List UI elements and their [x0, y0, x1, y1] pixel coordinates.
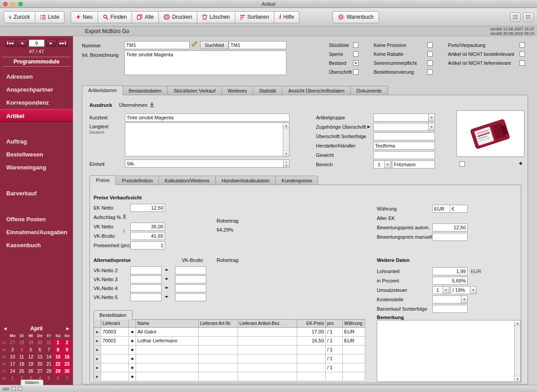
sidebar-item-bestellwesen[interactable]: Bestellwesen: [0, 148, 73, 161]
calendar-day[interactable]: 7: [63, 375, 72, 382]
sidebar-item-offene-posten[interactable]: Offene Posten: [0, 213, 73, 226]
calendar-day[interactable]: 22: [53, 361, 62, 368]
calendar-day[interactable]: 20: [35, 361, 44, 368]
checkbox-sperre[interactable]: [353, 51, 358, 57]
vk-brutto-3-field[interactable]: [175, 275, 206, 283]
calendar-day[interactable]: 6: [53, 375, 62, 382]
sidebar-item-barverkauf[interactable]: Barverkauf: [0, 187, 73, 200]
cell-lieferant-art-nr[interactable]: [199, 337, 238, 346]
transfer-arrows-icon[interactable]: ◂▸: [165, 285, 168, 290]
cascade-windows-button[interactable]: [523, 13, 533, 22]
suchfeld-button[interactable]: Suchfeld: [200, 41, 229, 49]
sidebar-item-einnahmen-ausgaben[interactable]: Einnahmen/Ausgaben: [0, 226, 73, 239]
calendar-day[interactable]: 28: [44, 368, 53, 375]
calendar-day[interactable]: 27: [35, 368, 44, 375]
calendar-day[interactable]: 6: [35, 346, 44, 354]
image-checkbox[interactable]: [460, 161, 465, 167]
cell-lieferant-artikel-bez[interactable]: [238, 328, 297, 337]
hilfe-button[interactable]: i Hilfe: [274, 11, 299, 23]
minimize-window-button[interactable]: [11, 2, 15, 6]
einheit-stepper[interactable]: ▲▼: [283, 160, 289, 167]
vk-netto-3-field[interactable]: [130, 275, 162, 283]
cell-lieferant-art-nr[interactable]: [199, 372, 238, 381]
last-record-button[interactable]: ▶▶: [58, 39, 68, 47]
preiseinheit-field[interactable]: 1: [130, 241, 165, 249]
calendar-day[interactable]: 5: [44, 375, 53, 382]
cell-pro[interactable]: / 1: [326, 363, 343, 372]
kostenstelle-dropdown-icon[interactable]: ▼: [461, 295, 468, 303]
cell-name[interactable]: [136, 346, 199, 354]
lohnanteil-field[interactable]: 1,99: [432, 267, 468, 275]
calendar-day[interactable]: 30: [63, 368, 72, 375]
uebernehmen-link[interactable]: Übernehmen: [119, 102, 148, 108]
sortieren-button[interactable]: Sortieren: [235, 11, 275, 23]
calendar-day[interactable]: 24: [8, 368, 17, 375]
calendar-prev-button[interactable]: ◀: [4, 326, 7, 331]
vk-netto-2-field[interactable]: [130, 266, 162, 274]
vk-brutto-4-field[interactable]: [175, 284, 206, 292]
checkbox-artikel-ist-nicht-bestellrelevant[interactable]: [520, 51, 525, 57]
tab-artikelstamm[interactable]: Artikelstamm: [82, 85, 123, 95]
gewicht-field[interactable]: [373, 151, 435, 159]
hersteller-field[interactable]: Testfirma: [373, 142, 435, 150]
artikelgruppe-dropdown-icon[interactable]: ▼: [428, 114, 435, 122]
cell-ek-preis[interactable]: [297, 354, 326, 363]
calendar-day[interactable]: 15: [53, 354, 62, 361]
cell-lieferant[interactable]: [101, 363, 129, 372]
tab-stücklisten-verkauf[interactable]: Stücklisten Verkauf: [168, 86, 222, 95]
einheit-field[interactable]: Stk.: [125, 160, 290, 168]
zoom-level[interactable]: 150: [2, 387, 9, 391]
previous-record-button[interactable]: ◀: [17, 39, 27, 47]
artikelgruppe-field[interactable]: [373, 114, 429, 122]
cell-pro[interactable]: [326, 372, 343, 381]
suchfeld-field[interactable]: TM1: [229, 41, 286, 49]
zoom-window-button[interactable]: [18, 2, 23, 6]
calendar-day[interactable]: 25: [17, 368, 26, 375]
calendar-day[interactable]: 8: [53, 346, 62, 354]
row-diamond-icon[interactable]: ◆: [129, 363, 136, 372]
price-tab-kundenpreise[interactable]: Kundenpreise: [276, 176, 318, 185]
row-expand-arrow-icon[interactable]: ▶: [94, 363, 101, 372]
calendar-day[interactable]: 4: [17, 346, 26, 354]
bereich-number-field[interactable]: 1: [373, 160, 385, 169]
row-diamond-icon[interactable]: ◆: [129, 372, 136, 381]
goto-ueberschrift-arrow-icon[interactable]: ▶: [367, 125, 370, 129]
row-expand-arrow-icon[interactable]: ▶: [94, 354, 101, 363]
vk-brutto-field[interactable]: 41,65: [130, 232, 165, 240]
bereich-dropdown-icon[interactable]: ▼: [384, 160, 391, 169]
cell-lieferant[interactable]: 70003: [101, 328, 129, 337]
calendar-day[interactable]: 16: [63, 354, 72, 361]
neu-button[interactable]: + Neu: [71, 11, 98, 23]
calendar-next-button[interactable]: ▶: [66, 326, 69, 331]
cell-waehrung[interactable]: [343, 346, 365, 354]
calendar-day[interactable]: 30: [35, 339, 44, 346]
cell-pro[interactable]: / 1: [326, 354, 343, 363]
blaettern-mode-tab[interactable]: Blättern: [21, 379, 43, 385]
row-diamond-icon[interactable]: ◆: [129, 354, 136, 363]
calendar-day[interactable]: 3: [8, 346, 17, 354]
checkbox-seriennummerpflicht[interactable]: [427, 60, 433, 66]
checkbox-bestand[interactable]: ×: [353, 60, 358, 66]
cell-lieferant-artikel-bez[interactable]: [238, 363, 297, 372]
zugehoerige-ueberschrift-dropdown-icon[interactable]: ▼: [428, 123, 435, 131]
calendar-day[interactable]: 21: [44, 361, 53, 368]
link-prices-updown-icon[interactable]: ↕: [123, 228, 125, 234]
sidebar-item-adressen[interactable]: Adressen: [0, 70, 73, 83]
ek-netto-field[interactable]: 12,50: [130, 204, 165, 212]
langtext-field[interactable]: ▲ ▼: [125, 122, 290, 156]
price-tab-preise[interactable]: Preise: [90, 175, 116, 185]
int-bezeichnung-field[interactable]: Tinte sinobit Magenta: [124, 51, 286, 75]
cell-ek-preis[interactable]: 17,00: [297, 328, 326, 337]
back-button[interactable]: ‹ Zurück: [4, 11, 35, 23]
bewertungspreis-autom-field[interactable]: 12,50: [432, 223, 468, 232]
tab-weiteres[interactable]: Weiteres: [222, 86, 253, 95]
cell-waehrung[interactable]: EUR: [343, 328, 365, 337]
row-expand-arrow-icon[interactable]: ▶: [94, 372, 101, 381]
cell-pro[interactable]: / 1: [326, 337, 343, 346]
price-tab-handwerkskalkulation[interactable]: Handwerkskalkulation: [216, 176, 276, 185]
umsatzsteuer-rate-field[interactable]: / 19%: [451, 286, 470, 294]
cell-ek-preis[interactable]: [297, 372, 326, 381]
bereich-name-field[interactable]: Fritzmann: [392, 160, 435, 169]
stepper-up-icon[interactable]: ▲: [284, 160, 289, 164]
record-number-field[interactable]: 9: [29, 39, 45, 47]
